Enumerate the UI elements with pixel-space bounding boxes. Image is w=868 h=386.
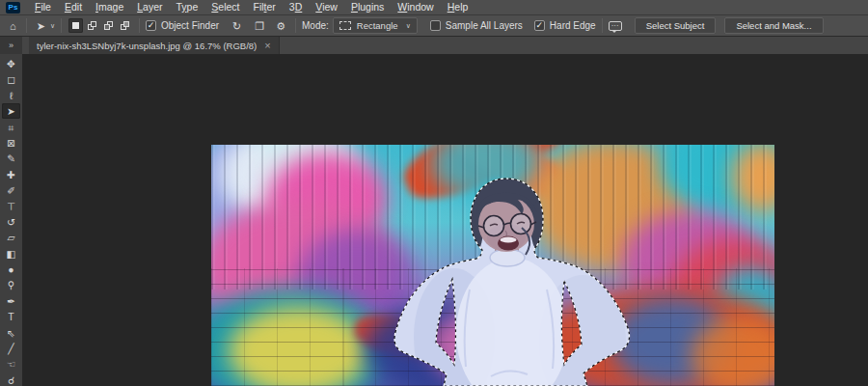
subtract-selection-icon — [104, 21, 114, 31]
menu-layer[interactable]: Layer — [130, 0, 169, 14]
menu-help[interactable]: Help — [441, 0, 475, 14]
add-to-selection-button[interactable] — [85, 18, 99, 33]
menu-filter[interactable]: Filter — [247, 0, 283, 14]
photoshop-logo-icon: Ps — [6, 2, 20, 14]
healing-brush-tool[interactable]: ✚ — [2, 167, 20, 182]
select-and-mask-button[interactable]: Select and Mask... — [724, 17, 823, 34]
blur-tool[interactable]: ● — [2, 262, 20, 277]
divider — [602, 18, 603, 33]
dodge-tool[interactable]: ⚲ — [2, 277, 20, 292]
object-finder-checkbox[interactable]: ✓ — [146, 20, 156, 31]
gear-icon[interactable]: ⚙ — [272, 16, 289, 36]
toolbar-expand-icon[interactable]: » — [0, 37, 22, 54]
marching-ants-icon — [339, 21, 351, 30]
document-tab[interactable]: tyler-nix-sh3LSNbyj7k-unsplash.jpg @ 16.… — [29, 37, 279, 54]
gradient-tool[interactable]: ◧ — [2, 246, 20, 262]
show-all-objects-icon[interactable]: ❐ — [251, 16, 268, 36]
menu-window[interactable]: Window — [391, 0, 440, 14]
document-tab-bar: » tyler-nix-sh3LSNbyj7k-unsplash.jpg @ 1… — [0, 37, 868, 54]
divider — [295, 18, 296, 33]
menu-bar: Ps FileEditImageLayerTypeSelectFilter3DV… — [0, 0, 868, 15]
sample-all-layers-checkbox[interactable] — [430, 20, 441, 31]
crop-tool[interactable]: ⌗ — [2, 120, 20, 135]
divider — [26, 18, 27, 33]
move-tool[interactable]: ✥ — [2, 56, 20, 71]
tool-preset-icon[interactable]: ➤ — [33, 16, 49, 36]
sample-all-layers-label: Sample All Layers — [446, 20, 523, 31]
zoom-tool[interactable]: ☌ — [2, 372, 20, 386]
pen-tool[interactable]: ✒ — [2, 293, 20, 309]
hard-edge-label: Hard Edge — [550, 20, 596, 31]
type-tool[interactable]: T — [2, 309, 20, 324]
marquee-tool[interactable]: ◻ — [2, 71, 20, 87]
menu-bar-items: FileEditImageLayerTypeSelectFilter3DView… — [28, 0, 475, 14]
menu-edit[interactable]: Edit — [58, 0, 89, 14]
subject-person-selection[interactable] — [211, 145, 774, 386]
menu-3d[interactable]: 3D — [283, 0, 309, 14]
menu-view[interactable]: View — [309, 0, 344, 14]
object-finder-label: Object Finder — [161, 20, 219, 31]
new-selection-button[interactable] — [68, 18, 83, 33]
add-selection-icon — [88, 21, 97, 31]
mode-dropdown[interactable]: Rectangle ∨ — [333, 17, 418, 34]
mode-label: Mode: — [302, 20, 329, 31]
document-tab-title: tyler-nix-sh3LSNbyj7k-unsplash.jpg @ 16.… — [37, 41, 257, 51]
menu-image[interactable]: Image — [89, 0, 130, 14]
eraser-tool[interactable]: ▱ — [2, 230, 20, 245]
history-brush-tool[interactable]: ↺ — [2, 214, 20, 230]
intersect-selection-icon — [121, 21, 130, 31]
canvas-pasteboard[interactable] — [22, 54, 868, 386]
menu-plugins[interactable]: Plugins — [344, 0, 391, 14]
feedback-comment-icon[interactable]: ··· — [609, 21, 622, 31]
subtract-from-selection-button[interactable] — [101, 18, 116, 33]
frame-tool[interactable]: ⊠ — [2, 135, 20, 151]
eyedropper-tool[interactable]: ✎ — [2, 151, 20, 166]
lasso-tool[interactable]: ℓ — [2, 88, 20, 103]
object-selection-tool[interactable]: ➤ — [2, 103, 20, 119]
chevron-down-icon[interactable]: ∨ — [50, 22, 55, 30]
home-icon[interactable]: ⌂ — [6, 16, 20, 36]
divider — [139, 18, 140, 33]
close-icon[interactable]: × — [264, 41, 270, 50]
path-selection-tool[interactable]: ⇖ — [2, 325, 20, 341]
menu-type[interactable]: Type — [170, 0, 205, 14]
chevron-down-icon: ∨ — [406, 22, 411, 30]
brush-tool[interactable]: ✐ — [2, 182, 20, 198]
intersect-selection-button[interactable] — [118, 18, 132, 33]
photo-canvas[interactable] — [211, 145, 774, 386]
tools-panel: ✥◻ℓ➤⌗⊠✎✚✐⊤↺▱◧●⚲✒T⇖╱☜☌ — [0, 54, 22, 386]
line-tool[interactable]: ╱ — [2, 341, 20, 356]
photoshop-window: Ps FileEditImageLayerTypeSelectFilter3DV… — [0, 0, 868, 386]
options-bar: ⌂ ➤ ∨ ✓ Object Finder ↻ ❐ ⚙ Mode: Rectan… — [0, 15, 868, 37]
divider — [61, 18, 62, 33]
clone-stamp-tool[interactable]: ⊤ — [2, 199, 20, 214]
hard-edge-checkbox[interactable]: ✓ — [534, 20, 545, 31]
hand-tool[interactable]: ☜ — [2, 356, 20, 372]
select-subject-button[interactable]: Select Subject — [635, 17, 717, 34]
refresh-icon[interactable]: ↻ — [229, 16, 245, 36]
menu-select[interactable]: Select — [204, 0, 246, 14]
mode-value: Rectangle — [357, 20, 399, 31]
new-selection-icon — [72, 22, 79, 29]
menu-file[interactable]: File — [28, 0, 58, 14]
